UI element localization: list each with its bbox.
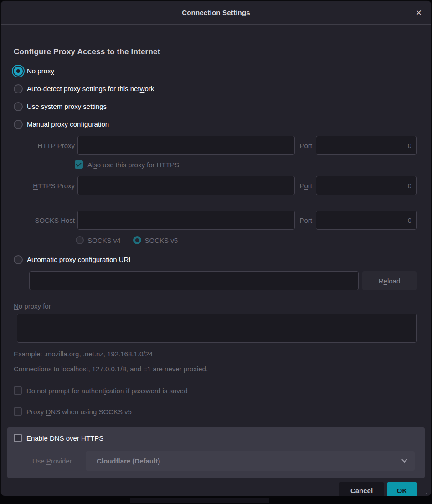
radio-label-auto-detect: Auto-detect proxy settings for this netw… — [27, 85, 154, 93]
radio-icon-socks-v5[interactable] — [133, 236, 141, 244]
label-part: C — [45, 216, 50, 224]
no-prompt-auth-label: Do not prompt for authentication if pass… — [26, 387, 188, 395]
label-part: K — [103, 237, 107, 244]
label-part: P — [299, 182, 304, 190]
label-part: D — [46, 408, 51, 416]
socks-host-input[interactable] — [77, 211, 295, 230]
https-proxy-row: HTTPS Proxy Port — [14, 176, 417, 195]
radio-icon-manual-proxy[interactable] — [14, 120, 23, 129]
chevron-down-icon — [401, 457, 407, 463]
socks-host-label: SOCKS Host — [14, 216, 75, 224]
checkbox-icon-proxy-dns[interactable] — [14, 407, 22, 416]
also-https-row[interactable]: Also use this proxy for HTTPS — [75, 160, 417, 169]
label-part: o proxy for — [19, 302, 51, 310]
label-part: v — [170, 237, 174, 244]
http-port-label: Port — [299, 142, 312, 149]
label-part: load — [387, 277, 400, 285]
label-part: 5 — [174, 237, 178, 244]
cancel-button[interactable]: Cancel — [339, 482, 384, 496]
radio-option-socks-v4[interactable]: SOCKS v4 — [76, 236, 121, 244]
dialog-titlebar: Connection Settings ✕ — [1, 1, 431, 25]
http-proxy-input[interactable] — [77, 136, 295, 155]
doh-highlight-panel: Enable DNS over HTTPS Use Provider Cloud… — [7, 427, 425, 478]
label-part: se system proxy settings — [32, 103, 107, 110]
http-port-input[interactable] — [316, 136, 417, 155]
label-part: y — [51, 67, 55, 75]
radio-option-no-proxy[interactable]: No proxy — [14, 62, 417, 80]
enable-doh-row[interactable]: Enable DNS over HTTPS — [14, 434, 415, 442]
enable-doh-label: Enable DNS over HTTPS — [26, 434, 103, 442]
close-icon[interactable]: ✕ — [414, 7, 424, 18]
label-part: Use — [32, 457, 46, 465]
radio-icon-no-proxy[interactable] — [14, 67, 23, 76]
label-part: N — [14, 302, 19, 310]
radio-option-manual-proxy[interactable]: Manual proxy configuration — [14, 115, 417, 133]
label-part: H — [33, 182, 38, 190]
label-part: o — [304, 182, 308, 190]
label-part: P — [46, 457, 51, 465]
radio-option-socks-v5[interactable]: SOCKS v5 — [133, 236, 178, 244]
socks-port-input[interactable] — [316, 211, 417, 230]
label-part: utomatic proxy configuration URL — [31, 256, 133, 263]
label-part: NS when using SOCKS v5 — [51, 408, 132, 416]
radio-label-manual-proxy: Manual proxy configuration — [27, 120, 109, 128]
https-port-label: Port — [299, 182, 312, 190]
checkbox-icon-also-https[interactable] — [75, 160, 83, 169]
https-port-input[interactable] — [316, 176, 417, 195]
radio-label-system-proxy: Use system proxy settings — [27, 103, 107, 110]
label-part: TTPS Proxy — [38, 182, 75, 190]
label-part: Al — [87, 161, 93, 169]
label-part: P — [299, 142, 304, 149]
radio-icon-auto-config-url[interactable] — [14, 255, 23, 264]
label-part: SO — [35, 216, 45, 224]
radio-icon-system-proxy[interactable] — [14, 102, 23, 111]
radio-label-no-proxy: No proxy — [27, 67, 54, 75]
label-part: M — [27, 120, 33, 128]
label-part: cation if password is saved — [106, 387, 187, 395]
checkbox-icon-no-prompt-auth[interactable] — [14, 386, 22, 395]
dialog-footer: Cancel OK — [14, 482, 417, 496]
label-part: s — [93, 161, 97, 169]
label-part: U — [27, 103, 32, 110]
bypass-note-text: Connections to localhost, 127.0.0.1/8, a… — [14, 365, 417, 373]
ok-button[interactable]: OK — [387, 482, 417, 496]
label-part: w — [140, 85, 145, 93]
section-heading: Configure Proxy Access to the Internet — [14, 47, 417, 57]
provider-dropdown-value: Cloudflare (Default) — [97, 457, 160, 465]
socks-version-row: SOCKS v4 SOCKS v5 — [76, 236, 417, 244]
label-part: rt — [308, 182, 312, 190]
proxy-dns-label: Proxy DNS when using SOCKS v5 — [26, 408, 132, 416]
radio-icon-auto-detect[interactable] — [14, 84, 23, 93]
label-part: ork — [144, 85, 154, 93]
label-part: o use this proxy for HTTPS — [97, 161, 179, 169]
auto-config-url-input[interactable] — [29, 271, 359, 290]
proxy-dns-row[interactable]: Proxy DNS when using SOCKS v5 — [14, 407, 417, 416]
doh-provider-row: Use Provider Cloudflare (Default) — [14, 451, 415, 471]
http-proxy-label: HTTP Proxy — [14, 142, 75, 149]
label-part: Ena — [26, 434, 39, 442]
dialog-content: Configure Proxy Access to the Internet N… — [1, 47, 431, 496]
radio-option-auto-config-url[interactable]: Automatic proxy configuration URL — [14, 251, 417, 268]
bypass-example-text: Example: .mozilla.org, .net.nz, 192.168.… — [14, 350, 417, 358]
radio-icon-socks-v4[interactable] — [76, 236, 84, 244]
dialog-title: Connection Settings — [182, 9, 250, 16]
radio-option-system-proxy[interactable]: Use system proxy settings — [14, 98, 417, 115]
no-proxy-for-textarea[interactable] — [17, 314, 417, 343]
https-proxy-input[interactable] — [77, 176, 295, 195]
use-provider-label: Use Provider — [32, 457, 83, 465]
reload-button[interactable]: Reload — [362, 271, 417, 290]
checkbox-icon-enable-doh[interactable] — [14, 434, 22, 442]
radio-option-auto-detect[interactable]: Auto-detect proxy settings for this netw… — [14, 80, 417, 98]
screen-background: Connection Settings ✕ Configure Proxy Ac… — [0, 0, 432, 504]
label-part: S v4 — [107, 237, 121, 244]
no-prompt-auth-row[interactable]: Do not prompt for authentication if pass… — [14, 386, 417, 395]
also-https-label: Also use this proxy for HTTPS — [87, 161, 179, 169]
https-proxy-label: HTTPS Proxy — [14, 182, 75, 190]
no-proxy-for-label: No proxy for — [14, 302, 417, 310]
radio-label-socks-v4: SOCKS v4 — [87, 237, 121, 244]
label-part: y — [72, 142, 75, 149]
label-part: A — [27, 256, 31, 263]
http-proxy-row: HTTP Proxy Port — [14, 136, 417, 155]
background-page-edge — [130, 498, 269, 503]
provider-dropdown[interactable]: Cloudflare (Default) — [86, 451, 415, 471]
